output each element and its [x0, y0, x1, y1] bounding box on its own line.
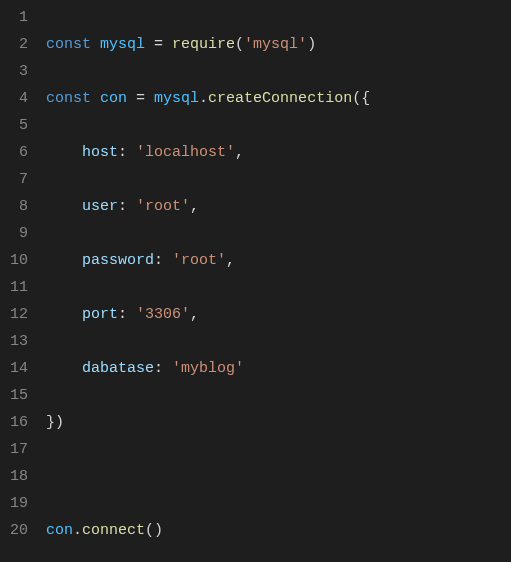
line-number: 16: [10, 409, 28, 436]
line-number: 1: [10, 4, 28, 31]
code-line[interactable]: con.connect(): [46, 517, 511, 544]
code-line[interactable]: password: 'root',: [46, 247, 511, 274]
line-number: 14: [10, 355, 28, 382]
line-number: 9: [10, 220, 28, 247]
line-number: 4: [10, 85, 28, 112]
line-number: 20: [10, 517, 28, 544]
line-number: 6: [10, 139, 28, 166]
line-number: 11: [10, 274, 28, 301]
code-line[interactable]: [46, 463, 511, 490]
line-number: 18: [10, 463, 28, 490]
line-number: 2: [10, 31, 28, 58]
code-line[interactable]: const mysql = require('mysql'): [46, 31, 511, 58]
line-number: 17: [10, 436, 28, 463]
code-area[interactable]: const mysql = require('mysql') const con…: [42, 0, 511, 562]
code-line[interactable]: host: 'localhost',: [46, 139, 511, 166]
line-number: 19: [10, 490, 28, 517]
line-number: 15: [10, 382, 28, 409]
line-number: 10: [10, 247, 28, 274]
line-number: 3: [10, 58, 28, 85]
code-line[interactable]: user: 'root',: [46, 193, 511, 220]
line-number: 8: [10, 193, 28, 220]
line-number: 12: [10, 301, 28, 328]
code-line[interactable]: }): [46, 409, 511, 436]
line-number: 13: [10, 328, 28, 355]
line-number: 5: [10, 112, 28, 139]
code-line[interactable]: dabatase: 'myblog': [46, 355, 511, 382]
code-line[interactable]: port: '3306',: [46, 301, 511, 328]
code-editor[interactable]: 1 2 3 4 5 6 7 8 9 10 11 12 13 14 15 16 1…: [0, 0, 511, 562]
code-line[interactable]: const con = mysql.createConnection({: [46, 85, 511, 112]
line-number: 7: [10, 166, 28, 193]
line-number-gutter: 1 2 3 4 5 6 7 8 9 10 11 12 13 14 15 16 1…: [0, 0, 42, 562]
